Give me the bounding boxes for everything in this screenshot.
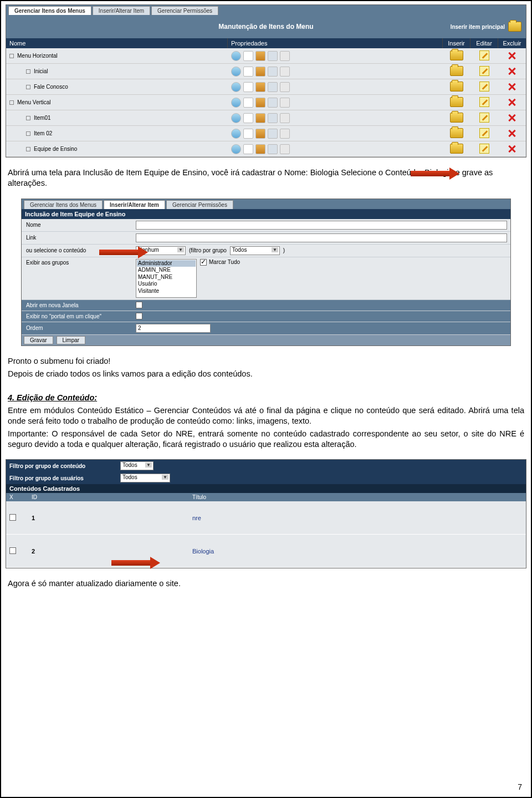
page-icon[interactable]: [243, 98, 253, 108]
form-row-portal: Exibir no "portal em um clique": [22, 311, 510, 322]
row-checkbox[interactable]: [9, 514, 16, 521]
delete-icon[interactable]: [508, 113, 516, 122]
page-icon[interactable]: [243, 113, 253, 123]
row-checkbox[interactable]: [9, 547, 16, 554]
dash-icon[interactable]: [280, 98, 290, 108]
box-icon[interactable]: [268, 98, 278, 108]
title-bar: Manutenção de Itens do Menu Inserir item…: [6, 15, 526, 38]
page-icon[interactable]: [243, 129, 253, 139]
filter2-select[interactable]: Todos: [120, 474, 170, 482]
box-icon[interactable]: [268, 129, 278, 139]
form-row-janela: Abrir em nova Janela: [22, 300, 510, 311]
globe-icon[interactable]: [231, 51, 241, 61]
grupo-select[interactable]: Todos: [230, 246, 280, 255]
edit-icon[interactable]: [479, 97, 489, 107]
marcar-tudo-checkbox[interactable]: [200, 259, 207, 266]
globe-icon[interactable]: [231, 82, 241, 92]
row-titulo[interactable]: Biologia: [189, 547, 526, 556]
row-titulo[interactable]: nre: [189, 514, 526, 522]
insert-folder-icon[interactable]: [450, 97, 463, 107]
grupos-listbox[interactable]: Administrador ADMIN_NRE MANUT_NRE Usuári…: [136, 259, 197, 298]
delete-icon[interactable]: [508, 51, 516, 60]
delete-icon[interactable]: [508, 67, 516, 75]
book-icon[interactable]: [255, 98, 265, 108]
tab-gerenciar-itens[interactable]: Gerenciar Itens dos Menus: [24, 200, 103, 209]
box-icon[interactable]: [268, 82, 278, 92]
page-icon[interactable]: [243, 51, 253, 61]
nome-input[interactable]: [136, 221, 507, 230]
list-item[interactable]: Administrador: [137, 260, 196, 267]
edit-icon[interactable]: [479, 66, 489, 76]
gravar-button[interactable]: Gravar: [24, 336, 53, 344]
filter1-select[interactable]: Todos: [120, 461, 154, 470]
body-text: Pronto o submenu foi criado! Depois de c…: [8, 356, 524, 450]
dash-icon[interactable]: [280, 82, 290, 92]
edit-icon[interactable]: [479, 144, 489, 154]
tab-inserir-alterar[interactable]: Inserir/Alterar Item: [93, 6, 150, 15]
limpar-button[interactable]: Limpar: [57, 336, 86, 344]
list-item[interactable]: Visitante: [137, 288, 196, 295]
delete-icon[interactable]: [508, 129, 516, 138]
globe-icon[interactable]: [231, 113, 241, 123]
delete-icon[interactable]: [508, 82, 516, 91]
insert-folder-icon[interactable]: [450, 66, 463, 76]
menu-row: Item01: [6, 110, 526, 126]
filtro-label: (filtro por grupo: [189, 247, 227, 253]
dash-icon[interactable]: [280, 113, 290, 123]
tab-gerenciar-itens[interactable]: Gerenciar Itens dos Menus: [8, 6, 91, 15]
globe-icon[interactable]: [231, 144, 241, 154]
box-icon[interactable]: [268, 51, 278, 61]
ordem-input[interactable]: [136, 324, 211, 333]
edit-icon[interactable]: [479, 82, 489, 92]
menu-row: Inicial: [6, 64, 526, 79]
tab-inserir-alterar[interactable]: Inserir/Alterar Item: [104, 200, 165, 209]
edit-icon[interactable]: [479, 128, 489, 138]
book-icon[interactable]: [255, 144, 265, 154]
dash-icon[interactable]: [280, 67, 290, 77]
book-icon[interactable]: [255, 51, 265, 61]
link-input[interactable]: [136, 233, 507, 242]
tab-gerenciar-permissoes[interactable]: Gerenciar Permissões: [151, 6, 218, 15]
edit-icon[interactable]: [479, 50, 489, 60]
tab-gerenciar-permissoes[interactable]: Gerenciar Permissões: [166, 200, 233, 209]
label-ordem: Ordem: [22, 323, 132, 333]
menu-row: Equipe de Ensino: [6, 141, 526, 157]
globe-icon[interactable]: [231, 129, 241, 139]
page-icon[interactable]: [243, 144, 253, 154]
list-item[interactable]: Usuário: [137, 281, 196, 288]
page-icon[interactable]: [243, 67, 253, 77]
bullet-icon: [26, 116, 30, 120]
columns-header: X ID Título: [6, 493, 526, 501]
insert-folder-icon[interactable]: [450, 128, 463, 138]
book-icon[interactable]: [255, 129, 265, 139]
insert-folder-icon[interactable]: [450, 82, 463, 92]
dash-icon[interactable]: [280, 129, 290, 139]
janela-checkbox[interactable]: [136, 302, 142, 308]
bullet-icon: [26, 147, 30, 151]
portal-checkbox[interactable]: [136, 313, 142, 319]
globe-icon[interactable]: [231, 67, 241, 77]
insert-folder-icon[interactable]: [450, 50, 463, 60]
box-icon[interactable]: [268, 113, 278, 123]
menu-row: Item 02: [6, 126, 526, 141]
book-icon[interactable]: [255, 113, 265, 123]
insert-folder-icon[interactable]: [450, 144, 463, 154]
page-icon[interactable]: [243, 82, 253, 92]
box-icon[interactable]: [268, 144, 278, 154]
delete-icon[interactable]: [508, 98, 516, 106]
list-item[interactable]: ADMIN_NRE: [137, 267, 196, 274]
dash-icon[interactable]: [280, 51, 290, 61]
insert-principal-link[interactable]: Inserir item principal: [451, 22, 521, 32]
edit-icon[interactable]: [479, 113, 489, 123]
list-item[interactable]: MANUT_NRE: [137, 274, 196, 281]
globe-icon[interactable]: [231, 98, 241, 108]
insert-folder-icon[interactable]: [450, 113, 463, 123]
book-icon[interactable]: [255, 67, 265, 77]
delete-icon[interactable]: [508, 144, 516, 153]
dash-icon[interactable]: [280, 144, 290, 154]
form-title: Inclusão de Item Equipe de Ensino: [22, 209, 510, 219]
paragraph: Agora é só manter atualizado diariamente…: [8, 578, 524, 589]
book-icon[interactable]: [255, 82, 265, 92]
box-icon[interactable]: [268, 67, 278, 77]
label-grupos: Exibir aos grupos: [22, 257, 132, 268]
